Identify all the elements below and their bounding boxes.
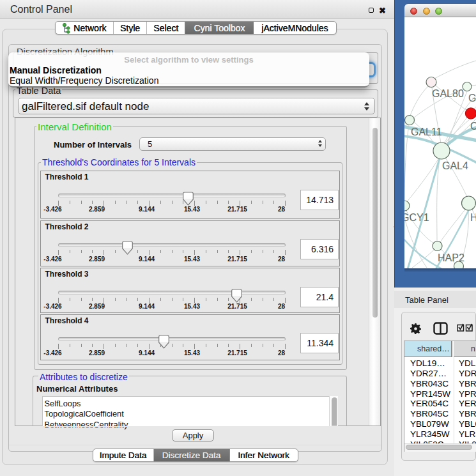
svg-text:GAL80: GAL80 xyxy=(432,88,464,99)
svg-text:C: C xyxy=(470,121,476,132)
svg-text:H: H xyxy=(470,212,476,223)
svg-text:GA: GA xyxy=(468,93,476,104)
svg-text:GCY1: GCY1 xyxy=(404,212,429,223)
svg-text:GAL11: GAL11 xyxy=(411,127,442,137)
svg-text:GAL4: GAL4 xyxy=(442,160,468,171)
svg-text:HAP2: HAP2 xyxy=(438,252,464,263)
